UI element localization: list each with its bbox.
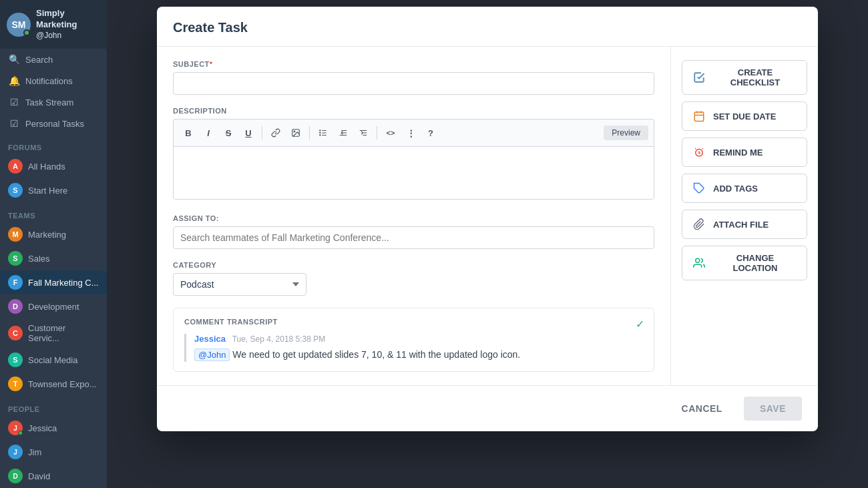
svg-point-1 bbox=[294, 131, 295, 132]
sidebar-item-david[interactable]: D David bbox=[0, 464, 107, 488]
change-location-button[interactable]: CHANGE LOCATION bbox=[682, 246, 807, 280]
location-icon bbox=[692, 256, 706, 270]
strikethrough-button[interactable]: S bbox=[219, 124, 238, 142]
jessica-label: Jessica bbox=[28, 423, 57, 433]
modal-footer: CANCEL SAVE bbox=[157, 385, 818, 431]
comment-transcript-section: COMMENT TRANSCRIPT ✓ Jessica Tue, Sep 4,… bbox=[173, 308, 654, 372]
customer-service-label: Customer Servic... bbox=[28, 323, 99, 343]
development-label: Development bbox=[28, 302, 79, 312]
toolbar-separator-3 bbox=[377, 126, 377, 140]
required-marker: * bbox=[210, 60, 213, 68]
svg-line-20 bbox=[702, 148, 703, 149]
comment-checkmark-icon: ✓ bbox=[636, 318, 644, 330]
image-button[interactable] bbox=[286, 124, 305, 142]
sidebar-item-customer-service[interactable]: C Customer Servic... bbox=[0, 318, 107, 348]
set-due-date-button[interactable]: SET DUE DATE bbox=[682, 101, 807, 131]
mention-tag: @John bbox=[194, 348, 230, 361]
save-button[interactable]: SAVE bbox=[744, 397, 802, 421]
search-icon: 🔍 bbox=[8, 54, 20, 65]
toolbar-separator-1 bbox=[262, 126, 262, 140]
online-indicator bbox=[23, 29, 30, 36]
sidebar-item-townsend-expo[interactable]: T Townsend Expo... bbox=[0, 372, 107, 396]
search-label: Search bbox=[25, 55, 53, 65]
sidebar-item-all-hands[interactable]: A All Hands bbox=[0, 154, 107, 178]
unordered-list-button[interactable] bbox=[314, 124, 333, 142]
assign-to-input[interactable] bbox=[173, 226, 654, 249]
description-toolbar: B I S U bbox=[173, 119, 654, 146]
svg-point-22 bbox=[696, 258, 700, 262]
italic-button[interactable]: I bbox=[199, 124, 218, 142]
add-tags-label: ADD TAGS bbox=[713, 184, 758, 194]
customer-service-dot: C bbox=[8, 326, 23, 340]
sidebar-item-jim[interactable]: J Jim bbox=[0, 440, 107, 464]
comment-transcript-header: COMMENT TRANSCRIPT bbox=[184, 318, 643, 326]
remind-me-label: REMIND ME bbox=[713, 148, 763, 158]
svg-point-5 bbox=[320, 130, 320, 131]
category-label: CATEGORY bbox=[173, 261, 654, 269]
sidebar-item-jessica[interactable]: J Jessica bbox=[0, 416, 107, 440]
personal-tasks-icon: ☑ bbox=[8, 118, 20, 129]
add-tags-button[interactable]: ADD TAGS bbox=[682, 174, 807, 203]
svg-point-7 bbox=[320, 135, 320, 136]
task-stream-label: Task Stream bbox=[25, 97, 73, 107]
description-textarea[interactable] bbox=[173, 146, 654, 200]
comment-text: @John We need to get updated slides 7, 1… bbox=[194, 348, 643, 362]
sidebar-header[interactable]: SM Simply Marketing @John bbox=[0, 0, 107, 49]
sidebar-item-notifications[interactable]: 🔔 Notifications bbox=[0, 70, 107, 91]
jessica-online bbox=[18, 431, 23, 435]
forums-section-label: FORUMS bbox=[0, 134, 107, 154]
avatar: SM bbox=[7, 13, 31, 37]
teams-section-label: TEAMS bbox=[0, 202, 107, 222]
sales-label: Sales bbox=[28, 254, 50, 264]
remind-me-button[interactable]: REMIND ME bbox=[682, 138, 807, 167]
sidebar-item-task-stream[interactable]: ☑ Task Stream bbox=[0, 91, 107, 113]
modal-header: Create Task bbox=[157, 7, 818, 47]
attach-file-button[interactable]: ATTACH FILE bbox=[682, 210, 807, 239]
sidebar-item-social-media[interactable]: S Social Media bbox=[0, 348, 107, 372]
comment-meta: Jessica Tue, Sep 4, 2018 5:38 PM bbox=[194, 334, 643, 344]
indent-less-button[interactable] bbox=[334, 124, 353, 142]
sales-dot: S bbox=[8, 251, 23, 266]
cancel-button[interactable]: CANCEL bbox=[668, 397, 736, 421]
sidebar-user-info: Simply Marketing @John bbox=[36, 8, 100, 41]
link-button[interactable] bbox=[266, 124, 285, 142]
david-avatar: D bbox=[8, 469, 23, 483]
preview-button[interactable]: Preview bbox=[604, 126, 648, 140]
fall-marketing-label: Fall Marketing C... bbox=[28, 278, 98, 288]
sidebar-item-fall-marketing[interactable]: F Fall Marketing C... bbox=[0, 270, 107, 294]
paperclip-icon bbox=[692, 217, 706, 232]
underline-button[interactable]: U bbox=[239, 124, 258, 142]
svg-rect-14 bbox=[694, 112, 704, 121]
sidebar-item-development[interactable]: D Development bbox=[0, 294, 107, 318]
category-select[interactable]: Podcast Design Development Marketing bbox=[173, 273, 306, 296]
jim-avatar: J bbox=[8, 445, 23, 459]
sidebar-item-start-here[interactable]: S Start Here bbox=[0, 178, 107, 202]
assign-to-group: ASSIGN TO: bbox=[173, 214, 654, 249]
create-checklist-label: CREATE CHECKLIST bbox=[713, 67, 797, 87]
personal-tasks-label: Personal Tasks bbox=[25, 119, 84, 129]
main-content: Create Task SUBJECT* DESCRIPTION bbox=[107, 0, 868, 488]
check-icon: ☑ bbox=[8, 97, 20, 107]
sidebar-item-marketing[interactable]: M Marketing bbox=[0, 222, 107, 246]
subject-label: SUBJECT* bbox=[173, 60, 654, 68]
indent-more-button[interactable] bbox=[354, 124, 373, 142]
assign-to-label: ASSIGN TO: bbox=[173, 214, 654, 222]
modal-actions-panel: CREATE CHECKLIST SET DUE DATE REMIND ME bbox=[671, 47, 818, 385]
all-hands-dot: A bbox=[8, 159, 23, 174]
sidebar-item-personal-tasks[interactable]: ☑ Personal Tasks bbox=[0, 113, 107, 134]
townsend-expo-label: Townsend Expo... bbox=[28, 379, 97, 389]
description-group: DESCRIPTION B I S U bbox=[173, 107, 654, 202]
bold-button[interactable]: B bbox=[179, 124, 198, 142]
all-hands-label: All Hands bbox=[28, 162, 65, 172]
subject-input[interactable] bbox=[173, 72, 654, 95]
sidebar-item-search[interactable]: 🔍 Search bbox=[0, 49, 107, 70]
townsend-expo-dot: T bbox=[8, 377, 23, 391]
code-button[interactable]: <> bbox=[381, 124, 400, 142]
create-checklist-button[interactable]: CREATE CHECKLIST bbox=[682, 60, 807, 95]
comment-author: Jessica bbox=[194, 334, 226, 344]
subject-group: SUBJECT* bbox=[173, 60, 654, 95]
development-dot: D bbox=[8, 299, 23, 314]
help-button[interactable]: ? bbox=[421, 124, 440, 142]
sidebar-item-sales[interactable]: S Sales bbox=[0, 246, 107, 270]
more-button[interactable]: ⋮ bbox=[401, 124, 420, 142]
